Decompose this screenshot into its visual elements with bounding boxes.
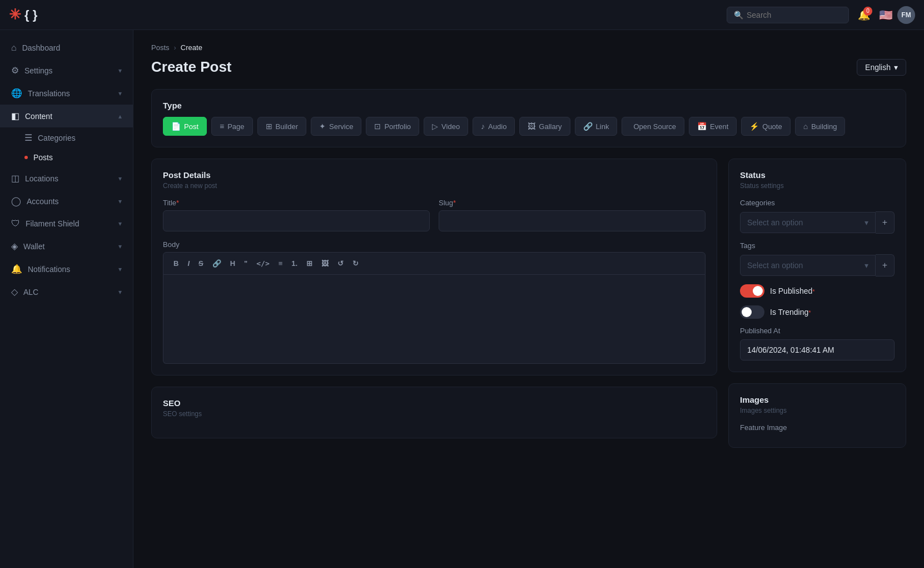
side-col: Status Status settings Categories Select… xyxy=(728,159,906,459)
table-button[interactable]: ⊞ xyxy=(303,257,316,270)
service-icon: ✦ xyxy=(319,122,326,131)
sidebar-item-accounts[interactable]: ◯ Accounts ▾ xyxy=(0,190,133,213)
seo-card: SEO SEO settings xyxy=(151,387,717,438)
feature-image-label: Feature Image xyxy=(740,423,895,432)
sidebar-item-categories[interactable]: ☰ Categories xyxy=(0,127,133,148)
page-header: Create Post English ▾ xyxy=(151,58,906,76)
page-title: Create Post xyxy=(151,58,232,76)
editor-body[interactable] xyxy=(163,275,706,364)
undo-button[interactable]: ↺ xyxy=(334,257,347,270)
topnav: ✳ { } 🔍 🔔 0 🇺🇸 FM xyxy=(0,0,924,30)
type-label-audio: Audio xyxy=(488,122,506,131)
sidebar-item-translations[interactable]: 🌐 Translations ▾ xyxy=(0,82,133,105)
settings-icon: ⚙ xyxy=(11,65,19,76)
sidebar-item-posts[interactable]: Posts xyxy=(0,148,133,167)
post-details-subtitle: Create a new post xyxy=(163,182,706,190)
images-card: Images Images settings Feature Image xyxy=(728,383,906,448)
slug-label: Slug* xyxy=(439,199,706,207)
post-details-card: Post Details Create a new post Title* Sl… xyxy=(151,159,717,376)
heading-button[interactable]: H xyxy=(227,257,239,270)
audio-icon: ♪ xyxy=(481,122,485,131)
type-btn-building[interactable]: ⌂Building xyxy=(795,117,846,136)
published-at-label: Published At xyxy=(740,327,895,335)
tags-dropdown[interactable]: Select an option ▾ xyxy=(740,255,876,276)
type-label-building: Building xyxy=(811,122,837,131)
breadcrumb: Posts › Create xyxy=(151,43,906,52)
sidebar-item-dashboard[interactable]: ⌂ Dashboard xyxy=(0,37,133,59)
language-select[interactable]: English ▾ xyxy=(857,59,906,76)
type-btn-link[interactable]: 🔗Link xyxy=(575,117,618,136)
type-btn-builder[interactable]: ⊞Builder xyxy=(257,117,306,136)
breadcrumb-posts[interactable]: Posts xyxy=(151,43,170,52)
quote-icon: ⚡ xyxy=(749,122,759,131)
strikethrough-button[interactable]: S xyxy=(195,257,207,270)
bold-button[interactable]: B xyxy=(170,257,182,270)
italic-button[interactable]: I xyxy=(184,257,193,270)
portfolio-icon: ⊡ xyxy=(374,122,381,131)
image-button[interactable]: 🖼 xyxy=(318,257,332,270)
categories-add-button[interactable]: + xyxy=(876,211,895,234)
type-label-portfolio: Portfolio xyxy=(384,122,411,131)
type-btn-service[interactable]: ✦Service xyxy=(311,117,361,136)
shield-icon: 🛡 xyxy=(11,219,20,229)
blockquote-button[interactable]: " xyxy=(241,257,251,270)
sidebar-item-filament-shield[interactable]: 🛡 Filament Shield ▾ xyxy=(0,213,133,235)
images-subtitle: Images settings xyxy=(740,407,895,414)
sidebar-item-locations[interactable]: ◫ Locations ▾ xyxy=(0,167,133,190)
home-icon: ⌂ xyxy=(11,43,17,53)
chevron-down-icon: ▾ xyxy=(118,243,122,250)
title-required: * xyxy=(176,199,179,207)
logo-brace: { } xyxy=(24,8,37,22)
categories-dropdown[interactable]: Select an option ▾ xyxy=(740,212,876,233)
tags-add-button[interactable]: + xyxy=(876,254,895,276)
type-btn-post[interactable]: 📄Post xyxy=(163,117,207,136)
type-label-page: Page xyxy=(227,122,244,131)
type-btn-page[interactable]: ≡Page xyxy=(211,117,253,136)
body-label: Body xyxy=(163,240,706,249)
sidebar-item-content[interactable]: ◧ Content ▴ xyxy=(0,105,133,127)
sidebar-item-wallet[interactable]: ◈ Wallet ▾ xyxy=(0,235,133,258)
is-published-toggle[interactable] xyxy=(740,284,764,298)
slug-input[interactable] xyxy=(439,210,706,231)
bullet-list-button[interactable]: ≡ xyxy=(275,257,286,270)
categories-icon: ☰ xyxy=(24,132,32,143)
sidebar-item-settings[interactable]: ⚙ Settings ▾ xyxy=(0,59,133,82)
images-title: Images xyxy=(740,395,895,404)
link-button[interactable]: 🔗 xyxy=(209,257,225,270)
search-box[interactable]: 🔍 xyxy=(727,7,849,23)
chevron-up-icon: ▴ xyxy=(118,112,122,120)
published-at-input[interactable] xyxy=(740,339,895,360)
type-btn-event[interactable]: 📅Event xyxy=(689,117,737,136)
sidebar-item-notifications[interactable]: 🔔 Notifications ▾ xyxy=(0,258,133,280)
type-btn-video[interactable]: ▷Video xyxy=(424,117,468,136)
wallet-icon: ◈ xyxy=(11,241,18,251)
type-btn-open-source[interactable]: Open Source xyxy=(622,117,684,136)
type-label-service: Service xyxy=(329,122,353,131)
type-label-post: Post xyxy=(184,122,198,131)
type-btn-gallery[interactable]: 🖼Gallary xyxy=(519,117,570,136)
ordered-list-button[interactable]: 1. xyxy=(288,257,301,270)
type-btn-quote[interactable]: ⚡Quote xyxy=(741,117,790,136)
type-btn-audio[interactable]: ♪Audio xyxy=(473,117,515,136)
chevron-down-icon: ▾ xyxy=(118,90,122,97)
sidebar-item-alc[interactable]: ◇ ALC ▾ xyxy=(0,280,133,303)
is-trending-toggle[interactable] xyxy=(740,305,764,319)
type-label-event: Event xyxy=(710,122,728,131)
notifications-button[interactable]: 🔔 0 xyxy=(856,7,872,23)
bell-icon: 🔔 xyxy=(11,264,22,274)
seo-subtitle: SEO settings xyxy=(163,410,706,418)
search-input[interactable] xyxy=(747,11,842,19)
sidebar-label-accounts: Accounts xyxy=(27,197,59,206)
title-input[interactable] xyxy=(163,210,430,231)
type-btn-portfolio[interactable]: ⊡Portfolio xyxy=(366,117,419,136)
logo[interactable]: ✳ { } xyxy=(9,6,37,23)
page-icon: ≡ xyxy=(220,122,224,131)
redo-button[interactable]: ↻ xyxy=(349,257,362,270)
code-button[interactable]: </> xyxy=(253,257,272,270)
tags-placeholder: Select an option xyxy=(747,261,803,270)
globe-icon: 🌐 xyxy=(11,88,22,98)
categories-placeholder: Select an option xyxy=(747,218,803,227)
language-label: English xyxy=(865,63,891,72)
accounts-icon: ◯ xyxy=(11,196,21,206)
editor-toolbar: B I S 🔗 H " </> ≡ 1. ⊞ 🖼 ↺ ↻ xyxy=(163,252,706,275)
